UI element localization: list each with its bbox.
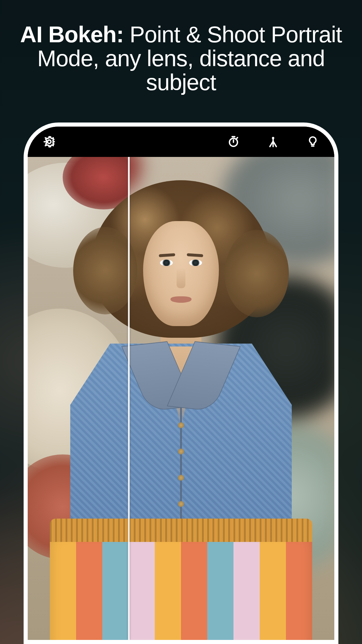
timer-icon[interactable] — [226, 135, 240, 149]
comparison-divider[interactable] — [128, 157, 130, 640]
bokeh-comparison[interactable] — [28, 157, 334, 640]
svg-point-0 — [48, 140, 51, 144]
phone-device-frame — [24, 123, 338, 644]
comparison-left-sharp — [28, 157, 129, 640]
lightbulb-icon[interactable] — [306, 135, 320, 149]
camera-toolbar — [28, 127, 334, 157]
camera-viewfinder — [28, 157, 334, 640]
tripod-icon[interactable] — [266, 135, 280, 149]
settings-icon[interactable] — [42, 135, 56, 149]
comparison-right-bokeh — [129, 157, 334, 640]
headline-bold: AI Bokeh: — [20, 22, 124, 47]
phone-screen — [28, 127, 334, 640]
headline: AI Bokeh: Point & Shoot Portrait Mode, a… — [0, 23, 362, 94]
